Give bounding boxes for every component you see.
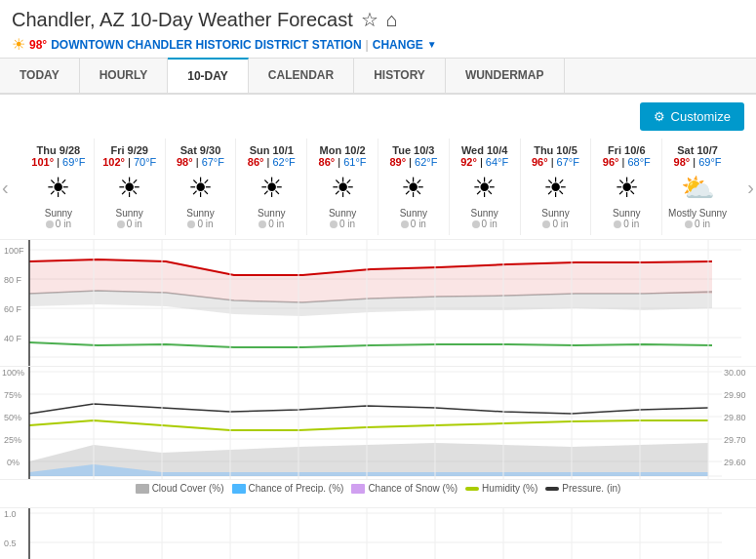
forecast-day[interactable]: Wed 10/4 92° | 64°F ☀ Sunny 0 in [450,139,521,235]
precip-dot [117,220,125,228]
forecast-day[interactable]: Sat 10/7 98° | 69°F ⛅ Mostly Sunny 0 in [662,139,733,235]
svg-text:30.00: 30.00 [724,368,746,378]
day-description: Mostly Sunny [664,208,731,219]
day-description: Sunny [25,208,92,219]
sun-icon: ☀ [12,35,25,54]
day-description: Sunny [593,208,659,219]
forecast-day[interactable]: Thu 9/28 101° | 69°F ☀ Sunny 0 in [23,139,95,235]
day-date: Fri 9/29 [97,144,163,156]
day-hi: 89° [389,156,406,168]
day-precip: 0 in [664,219,731,229]
humidity-chart: 100% 75% 50% 25% 0% 30.00 29.90 29.80 29… [0,366,756,507]
day-description: Sunny [97,208,163,219]
customize-button[interactable]: ⚙ Customize [640,102,744,131]
weather-icon: ☀ [238,172,304,204]
cloud-cover-legend: Cloud Cover (%) [136,483,224,494]
weather-icon: ☀ [523,172,589,204]
precip-dot [401,220,409,228]
day-hi: 92° [460,156,477,168]
svg-text:29.60: 29.60 [724,458,746,467]
day-precip: 0 in [25,219,92,229]
day-description: Sunny [238,208,304,219]
snow-chance-swatch [351,484,365,494]
day-date: Thu 10/5 [523,144,589,156]
svg-text:0%: 0% [7,458,20,467]
change-link[interactable]: CHANGE [373,38,423,52]
cloud-cover-swatch [136,484,149,494]
forecast-days: Thu 9/28 101° | 69°F ☀ Sunny 0 in Fri 9/… [23,139,733,235]
customize-bar: ⚙ Customize [0,95,756,139]
svg-text:60 F: 60 F [4,304,22,314]
day-date: Thu 9/28 [25,144,92,156]
precip-dot [472,220,480,228]
tab-history[interactable]: HISTORY [354,59,446,93]
day-lo: 70°F [134,156,156,168]
star-icon[interactable]: ☆ [361,8,378,31]
weather-icon: ☀ [593,172,659,204]
day-precip: 0 in [380,219,447,229]
day-hi: 96° [603,156,619,168]
day-date: Tue 10/3 [380,144,447,156]
day-precip: 0 in [97,219,163,229]
day-hi: 101° [31,156,54,168]
forecast-day[interactable]: Sat 9/30 98° | 67°F ☀ Sunny 0 in [166,139,237,235]
tab-hourly[interactable]: HOURLY [80,59,169,93]
svg-text:0.5: 0.5 [4,539,17,548]
svg-text:1.0: 1.0 [4,509,17,519]
forecast-day[interactable]: Thu 10/5 96° | 67°F ☀ Sunny 0 in [521,139,592,235]
day-temps: 92° | 64°F [452,156,518,168]
day-description: Sunny [523,208,589,219]
dropdown-icon: ▼ [427,39,437,50]
svg-text:29.70: 29.70 [724,435,746,445]
day-hi: 98° [177,156,193,168]
home-icon[interactable]: ⌂ [386,9,398,31]
day-lo: 69°F [62,156,85,168]
svg-text:100F: 100F [4,246,24,256]
svg-text:80 F: 80 F [4,275,22,285]
precip-dot [614,220,621,228]
current-temp: 98° [29,38,47,52]
day-date: Mon 10/2 [309,144,376,156]
svg-text:25%: 25% [4,435,21,445]
day-precip: 0 in [309,219,376,229]
weather-icon: ⛅ [664,172,731,204]
forecast-container: ‹ Thu 9/28 101° | 69°F ☀ Sunny 0 in Fri … [0,139,756,235]
tab-10day[interactable]: 10-DAY [168,58,249,93]
tab-today[interactable]: TODAY [0,59,80,93]
next-day-button[interactable]: › [747,176,754,198]
day-hi: 86° [319,156,336,168]
weather-icon: ☀ [97,172,163,204]
weather-icon: ☀ [380,172,447,204]
day-lo: 64°F [486,156,508,168]
day-date: Sun 10/1 [238,144,304,156]
day-temps: 86° | 62°F [238,156,304,168]
tab-wundermap[interactable]: WUNDERMAP [446,59,565,93]
day-hi: 102° [102,156,125,168]
prev-day-button[interactable]: ‹ [2,176,9,198]
title-text: Chandler, AZ 10-Day Weather Forecast [12,9,353,31]
tab-calendar[interactable]: CALENDAR [249,59,354,93]
forecast-day[interactable]: Fri 9/29 102° | 70°F ☀ Sunny 0 in [95,139,166,235]
temp-chart-svg: 100F 80 F 60 F 40 F [0,240,756,366]
day-precip: 0 in [168,219,234,229]
forecast-day[interactable]: Mon 10/2 86° | 61°F ☀ Sunny 0 in [307,139,378,235]
station-name[interactable]: DOWNTOWN CHANDLER HISTORIC DISTRICT STAT… [51,38,361,52]
day-lo: 62°F [272,156,295,168]
precip-chart: 1.0 0.5 0.0 Precip. Accum. Total (in) [0,507,756,559]
day-lo: 67°F [202,156,224,168]
cloud-cover-label: Cloud Cover (%) [152,483,224,494]
humidity-chart-svg: 100% 75% 50% 25% 0% 30.00 29.90 29.80 29… [0,367,756,479]
forecast-day[interactable]: Tue 10/3 89° | 62°F ☀ Sunny 0 in [378,139,450,235]
precip-dot [46,220,54,228]
day-lo: 61°F [343,156,366,168]
day-date: Fri 10/6 [593,144,659,156]
humidity-label: Humidity (%) [482,483,537,494]
forecast-day[interactable]: Sun 10/1 86° | 62°F ☀ Sunny 0 in [236,139,307,235]
forecast-day[interactable]: Fri 10/6 96° | 68°F ☀ Sunny 0 in [591,139,662,235]
weather-icon: ☀ [309,172,376,204]
precip-dot [685,220,693,228]
day-lo: 62°F [415,156,437,168]
header-subtitle: ☀ 98° DOWNTOWN CHANDLER HISTORIC DISTRIC… [12,35,744,54]
precip-chance-legend: Chance of Precip. (%) [232,483,344,494]
svg-text:75%: 75% [4,390,21,400]
